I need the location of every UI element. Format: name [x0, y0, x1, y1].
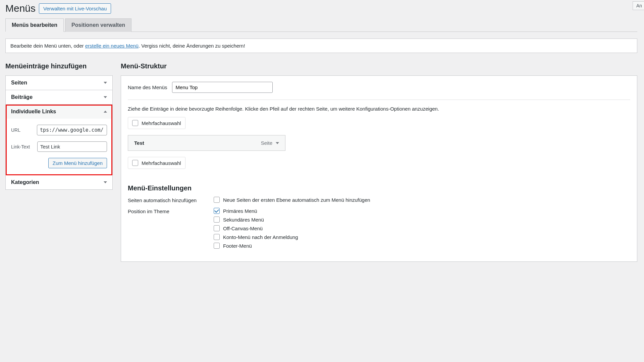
auto-add-label: Seiten automatisch hinzufügen [128, 197, 214, 203]
theme-position-option[interactable]: Footer-Menü [214, 243, 298, 249]
panel-posts-header[interactable]: Beiträge [6, 90, 112, 104]
add-to-menu-button[interactable]: Zum Menü hinzufügen [48, 158, 107, 168]
theme-position-option[interactable]: Sekundäres Menü [214, 217, 298, 223]
checkbox-icon [214, 197, 220, 203]
theme-position-option-label: Konto-Menü nach der Anmeldung [223, 234, 298, 240]
chevron-down-icon [104, 96, 107, 98]
auto-add-option-label: Neue Seiten der ersten Ebene automatisch… [223, 197, 370, 203]
auto-add-option[interactable]: Neue Seiten der ersten Ebene automatisch… [214, 197, 370, 203]
info-text-after: . Vergiss nicht, deine Änderungen zu spe… [139, 43, 245, 49]
menu-item-type: Seite [261, 140, 272, 146]
theme-position-option-label: Footer-Menü [223, 243, 252, 249]
panel-categories: Kategorien [6, 175, 112, 189]
checkbox-icon [132, 120, 138, 126]
nav-tabs: Menüs bearbeiten Positionen verwalten [5, 18, 637, 32]
page-title: Menüs [5, 3, 36, 14]
screen-options-fragment[interactable]: An [633, 1, 644, 10]
tab-edit-menus[interactable]: Menüs bearbeiten [5, 18, 64, 32]
chevron-down-icon [276, 142, 279, 144]
multi-select-top[interactable]: Mehrfachauswahl [128, 117, 185, 129]
multi-select-label: Mehrfachauswahl [142, 120, 181, 126]
chevron-up-icon [104, 111, 107, 113]
panel-categories-title: Kategorien [11, 179, 39, 185]
link-text-label: Link-Text [11, 144, 33, 149]
theme-position-label: Position im Theme [128, 208, 214, 214]
panel-custom-links-header[interactable]: Individuelle Links [6, 105, 112, 119]
chevron-down-icon [104, 181, 107, 183]
theme-position-option-label: Sekundäres Menü [223, 217, 264, 223]
theme-position-option[interactable]: Off-Canvas-Menü [214, 225, 298, 231]
drag-hint: Ziehe die Einträge in deine bevorzugte R… [128, 106, 630, 112]
theme-position-option[interactable]: Konto-Menü nach der Anmeldung [214, 234, 298, 240]
checkbox-icon [214, 217, 220, 223]
info-banner: Bearbeite dein Menü unten, oder erstelle… [5, 39, 637, 53]
accordion: Seiten Beiträge Individuelle Links [5, 75, 113, 190]
link-text-input[interactable] [37, 141, 107, 152]
menu-item[interactable]: Test Seite [128, 135, 285, 151]
menu-item-name: Test [134, 140, 144, 146]
panel-posts-title: Beiträge [11, 94, 33, 100]
checkbox-icon [214, 243, 220, 249]
chevron-down-icon [104, 82, 107, 84]
checkbox-icon [214, 225, 220, 231]
theme-position-option-label: Off-Canvas-Menü [223, 226, 263, 231]
info-text-before: Bearbeite dein Menü unten, oder [10, 43, 85, 49]
theme-position-option-label: Primäres Menü [223, 208, 257, 214]
panel-pages: Seiten [6, 76, 112, 90]
multi-select-bottom[interactable]: Mehrfachauswahl [128, 157, 185, 169]
panel-custom-links-title: Individuelle Links [11, 109, 56, 115]
checkbox-icon [132, 160, 138, 166]
checkbox-icon [214, 208, 220, 214]
menu-name-input[interactable] [172, 82, 273, 93]
live-preview-button[interactable]: Verwalten mit Live-Vorschau [39, 3, 111, 14]
panel-pages-header[interactable]: Seiten [6, 76, 112, 90]
menu-structure-heading: Menü-Struktur [121, 62, 637, 70]
panel-categories-header[interactable]: Kategorien [6, 175, 112, 189]
checkbox-icon [214, 234, 220, 240]
tab-manage-locations[interactable]: Positionen verwalten [65, 18, 131, 32]
url-input[interactable] [37, 125, 107, 135]
panel-pages-title: Seiten [11, 80, 27, 86]
menu-name-label: Name des Menüs [128, 84, 167, 90]
menu-panel: Name des Menüs Ziehe die Einträge in dei… [121, 75, 637, 262]
create-new-menu-link[interactable]: erstelle ein neues Menü [85, 43, 139, 49]
menu-settings-heading: Menü-Einstellungen [128, 184, 630, 192]
theme-position-option[interactable]: Primäres Menü [214, 208, 298, 214]
panel-custom-links: Individuelle Links URL Link-Text [6, 105, 112, 175]
add-items-heading: Menüeinträge hinzufügen [5, 62, 113, 70]
panel-posts: Beiträge [6, 90, 112, 105]
url-label: URL [11, 127, 33, 133]
multi-select-label: Mehrfachauswahl [142, 160, 181, 166]
